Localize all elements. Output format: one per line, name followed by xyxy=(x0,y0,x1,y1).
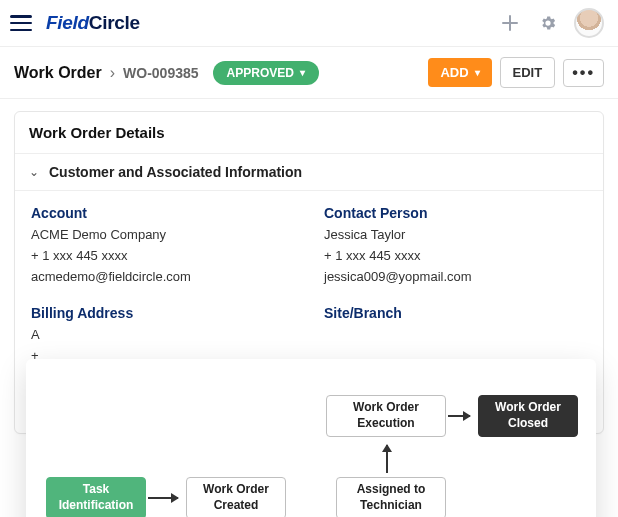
field-label: Account xyxy=(31,205,294,221)
flow-node-assigned: Assigned to Technician xyxy=(336,477,446,517)
add-button[interactable]: ADD ▾ xyxy=(428,58,491,87)
contact-field: Contact Person Jessica Taylor + 1 xxx 44… xyxy=(324,205,587,287)
arrow xyxy=(386,445,388,473)
field-label: Site/Branch xyxy=(324,305,587,321)
section-toggle[interactable]: ⌄ Customer and Associated Information xyxy=(15,154,603,191)
flow-node-created: Work Order Created xyxy=(186,477,286,517)
account-field: Account ACME Demo Company + 1 xxx 445 xx… xyxy=(31,205,294,287)
work-order-id: WO-009385 xyxy=(123,65,198,81)
field-label: Billing Address xyxy=(31,305,294,321)
arrow xyxy=(148,497,178,499)
status-label: APPROVED xyxy=(227,66,294,80)
account-phone: + 1 xxx 445 xxxx xyxy=(31,246,294,267)
contact-phone: + 1 xxx 445 xxxx xyxy=(324,246,587,267)
flow-node-execution: Work Order Execution xyxy=(326,395,446,437)
chevron-down-icon: ▾ xyxy=(300,67,305,78)
avatar[interactable] xyxy=(574,8,604,38)
field-label: Contact Person xyxy=(324,205,587,221)
section-label: Customer and Associated Information xyxy=(49,164,302,180)
chevron-right-icon: › xyxy=(110,64,115,82)
page-title: Work Order xyxy=(14,64,102,82)
menu-icon[interactable] xyxy=(10,15,32,31)
flow-node-closed: Work Order Closed xyxy=(478,395,578,437)
flow-node-task-identification: Task Identification xyxy=(46,477,146,517)
plus-icon[interactable] xyxy=(496,9,524,37)
more-button[interactable]: ••• xyxy=(563,59,604,87)
chevron-down-icon: ▾ xyxy=(475,67,480,78)
contact-name: Jessica Taylor xyxy=(324,225,587,246)
sub-bar: Work Order › WO-009385 APPROVED ▾ ADD ▾ … xyxy=(0,47,618,99)
status-badge[interactable]: APPROVED ▾ xyxy=(213,61,319,85)
account-name: ACME Demo Company xyxy=(31,225,294,246)
top-bar: FieldCircle xyxy=(0,0,618,47)
workflow-diagram: Task Identification Work Order Created S… xyxy=(26,359,596,517)
card-title: Work Order Details xyxy=(15,112,603,154)
arrow xyxy=(448,415,470,417)
gear-icon[interactable] xyxy=(534,9,562,37)
contact-email: jessica009@yopmail.com xyxy=(324,267,587,288)
edit-button[interactable]: EDIT xyxy=(500,57,556,88)
account-email: acmedemo@fieldcircle.com xyxy=(31,267,294,288)
chevron-down-icon: ⌄ xyxy=(29,165,39,179)
app-logo: FieldCircle xyxy=(46,12,140,34)
